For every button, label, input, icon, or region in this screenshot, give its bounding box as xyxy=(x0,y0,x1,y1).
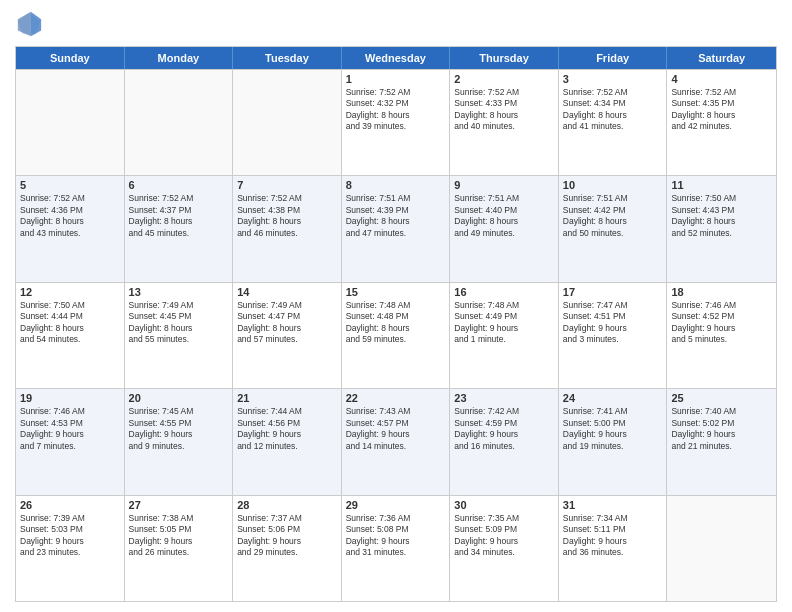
day-cell-21: 21Sunrise: 7:44 AM Sunset: 4:56 PM Dayli… xyxy=(233,389,342,494)
day-number: 12 xyxy=(20,286,120,298)
week-row-4: 19Sunrise: 7:46 AM Sunset: 4:53 PM Dayli… xyxy=(16,388,776,494)
day-info: Sunrise: 7:47 AM Sunset: 4:51 PM Dayligh… xyxy=(563,300,663,346)
day-number: 7 xyxy=(237,179,337,191)
week-row-5: 26Sunrise: 7:39 AM Sunset: 5:03 PM Dayli… xyxy=(16,495,776,601)
day-cell-8: 8Sunrise: 7:51 AM Sunset: 4:39 PM Daylig… xyxy=(342,176,451,281)
empty-cell xyxy=(667,496,776,601)
day-cell-6: 6Sunrise: 7:52 AM Sunset: 4:37 PM Daylig… xyxy=(125,176,234,281)
header-day-tuesday: Tuesday xyxy=(233,47,342,69)
day-cell-13: 13Sunrise: 7:49 AM Sunset: 4:45 PM Dayli… xyxy=(125,283,234,388)
day-cell-19: 19Sunrise: 7:46 AM Sunset: 4:53 PM Dayli… xyxy=(16,389,125,494)
day-info: Sunrise: 7:52 AM Sunset: 4:37 PM Dayligh… xyxy=(129,193,229,239)
day-cell-27: 27Sunrise: 7:38 AM Sunset: 5:05 PM Dayli… xyxy=(125,496,234,601)
week-row-3: 12Sunrise: 7:50 AM Sunset: 4:44 PM Dayli… xyxy=(16,282,776,388)
day-info: Sunrise: 7:50 AM Sunset: 4:44 PM Dayligh… xyxy=(20,300,120,346)
day-number: 9 xyxy=(454,179,554,191)
calendar: SundayMondayTuesdayWednesdayThursdayFrid… xyxy=(15,46,777,602)
day-cell-28: 28Sunrise: 7:37 AM Sunset: 5:06 PM Dayli… xyxy=(233,496,342,601)
day-info: Sunrise: 7:52 AM Sunset: 4:32 PM Dayligh… xyxy=(346,87,446,133)
day-info: Sunrise: 7:50 AM Sunset: 4:43 PM Dayligh… xyxy=(671,193,772,239)
day-number: 17 xyxy=(563,286,663,298)
day-cell-15: 15Sunrise: 7:48 AM Sunset: 4:48 PM Dayli… xyxy=(342,283,451,388)
day-cell-24: 24Sunrise: 7:41 AM Sunset: 5:00 PM Dayli… xyxy=(559,389,668,494)
day-info: Sunrise: 7:37 AM Sunset: 5:06 PM Dayligh… xyxy=(237,513,337,559)
day-cell-4: 4Sunrise: 7:52 AM Sunset: 4:35 PM Daylig… xyxy=(667,70,776,175)
day-cell-29: 29Sunrise: 7:36 AM Sunset: 5:08 PM Dayli… xyxy=(342,496,451,601)
day-number: 22 xyxy=(346,392,446,404)
header-day-saturday: Saturday xyxy=(667,47,776,69)
day-cell-31: 31Sunrise: 7:34 AM Sunset: 5:11 PM Dayli… xyxy=(559,496,668,601)
day-number: 30 xyxy=(454,499,554,511)
day-cell-10: 10Sunrise: 7:51 AM Sunset: 4:42 PM Dayli… xyxy=(559,176,668,281)
day-number: 21 xyxy=(237,392,337,404)
day-info: Sunrise: 7:34 AM Sunset: 5:11 PM Dayligh… xyxy=(563,513,663,559)
day-number: 16 xyxy=(454,286,554,298)
day-cell-12: 12Sunrise: 7:50 AM Sunset: 4:44 PM Dayli… xyxy=(16,283,125,388)
header-day-wednesday: Wednesday xyxy=(342,47,451,69)
day-number: 27 xyxy=(129,499,229,511)
day-cell-5: 5Sunrise: 7:52 AM Sunset: 4:36 PM Daylig… xyxy=(16,176,125,281)
day-cell-11: 11Sunrise: 7:50 AM Sunset: 4:43 PM Dayli… xyxy=(667,176,776,281)
logo-icon xyxy=(15,10,43,38)
day-info: Sunrise: 7:52 AM Sunset: 4:35 PM Dayligh… xyxy=(671,87,772,133)
svg-marker-1 xyxy=(31,12,41,36)
day-number: 24 xyxy=(563,392,663,404)
day-number: 8 xyxy=(346,179,446,191)
day-info: Sunrise: 7:45 AM Sunset: 4:55 PM Dayligh… xyxy=(129,406,229,452)
week-row-1: 1Sunrise: 7:52 AM Sunset: 4:32 PM Daylig… xyxy=(16,69,776,175)
day-number: 3 xyxy=(563,73,663,85)
calendar-header: SundayMondayTuesdayWednesdayThursdayFrid… xyxy=(16,47,776,69)
day-cell-1: 1Sunrise: 7:52 AM Sunset: 4:32 PM Daylig… xyxy=(342,70,451,175)
day-info: Sunrise: 7:41 AM Sunset: 5:00 PM Dayligh… xyxy=(563,406,663,452)
day-cell-23: 23Sunrise: 7:42 AM Sunset: 4:59 PM Dayli… xyxy=(450,389,559,494)
day-cell-17: 17Sunrise: 7:47 AM Sunset: 4:51 PM Dayli… xyxy=(559,283,668,388)
day-info: Sunrise: 7:36 AM Sunset: 5:08 PM Dayligh… xyxy=(346,513,446,559)
logo xyxy=(15,10,47,38)
day-info: Sunrise: 7:46 AM Sunset: 4:53 PM Dayligh… xyxy=(20,406,120,452)
day-cell-16: 16Sunrise: 7:48 AM Sunset: 4:49 PM Dayli… xyxy=(450,283,559,388)
day-number: 14 xyxy=(237,286,337,298)
day-number: 2 xyxy=(454,73,554,85)
header-day-thursday: Thursday xyxy=(450,47,559,69)
week-row-2: 5Sunrise: 7:52 AM Sunset: 4:36 PM Daylig… xyxy=(16,175,776,281)
day-cell-30: 30Sunrise: 7:35 AM Sunset: 5:09 PM Dayli… xyxy=(450,496,559,601)
day-number: 26 xyxy=(20,499,120,511)
day-info: Sunrise: 7:51 AM Sunset: 4:39 PM Dayligh… xyxy=(346,193,446,239)
day-number: 29 xyxy=(346,499,446,511)
header-day-sunday: Sunday xyxy=(16,47,125,69)
svg-marker-2 xyxy=(18,12,31,36)
empty-cell xyxy=(125,70,234,175)
day-cell-20: 20Sunrise: 7:45 AM Sunset: 4:55 PM Dayli… xyxy=(125,389,234,494)
empty-cell xyxy=(16,70,125,175)
day-cell-18: 18Sunrise: 7:46 AM Sunset: 4:52 PM Dayli… xyxy=(667,283,776,388)
header xyxy=(15,10,777,38)
day-number: 20 xyxy=(129,392,229,404)
day-number: 15 xyxy=(346,286,446,298)
day-number: 18 xyxy=(671,286,772,298)
day-info: Sunrise: 7:44 AM Sunset: 4:56 PM Dayligh… xyxy=(237,406,337,452)
day-info: Sunrise: 7:42 AM Sunset: 4:59 PM Dayligh… xyxy=(454,406,554,452)
empty-cell xyxy=(233,70,342,175)
day-info: Sunrise: 7:46 AM Sunset: 4:52 PM Dayligh… xyxy=(671,300,772,346)
day-info: Sunrise: 7:43 AM Sunset: 4:57 PM Dayligh… xyxy=(346,406,446,452)
day-info: Sunrise: 7:35 AM Sunset: 5:09 PM Dayligh… xyxy=(454,513,554,559)
day-number: 31 xyxy=(563,499,663,511)
page: SundayMondayTuesdayWednesdayThursdayFrid… xyxy=(0,0,792,612)
day-number: 1 xyxy=(346,73,446,85)
day-cell-22: 22Sunrise: 7:43 AM Sunset: 4:57 PM Dayli… xyxy=(342,389,451,494)
day-info: Sunrise: 7:51 AM Sunset: 4:42 PM Dayligh… xyxy=(563,193,663,239)
day-info: Sunrise: 7:49 AM Sunset: 4:47 PM Dayligh… xyxy=(237,300,337,346)
day-info: Sunrise: 7:38 AM Sunset: 5:05 PM Dayligh… xyxy=(129,513,229,559)
day-number: 23 xyxy=(454,392,554,404)
day-cell-14: 14Sunrise: 7:49 AM Sunset: 4:47 PM Dayli… xyxy=(233,283,342,388)
day-number: 6 xyxy=(129,179,229,191)
day-info: Sunrise: 7:52 AM Sunset: 4:34 PM Dayligh… xyxy=(563,87,663,133)
day-cell-7: 7Sunrise: 7:52 AM Sunset: 4:38 PM Daylig… xyxy=(233,176,342,281)
day-number: 13 xyxy=(129,286,229,298)
day-number: 11 xyxy=(671,179,772,191)
day-info: Sunrise: 7:52 AM Sunset: 4:36 PM Dayligh… xyxy=(20,193,120,239)
day-cell-3: 3Sunrise: 7:52 AM Sunset: 4:34 PM Daylig… xyxy=(559,70,668,175)
day-number: 4 xyxy=(671,73,772,85)
header-day-monday: Monday xyxy=(125,47,234,69)
day-number: 5 xyxy=(20,179,120,191)
